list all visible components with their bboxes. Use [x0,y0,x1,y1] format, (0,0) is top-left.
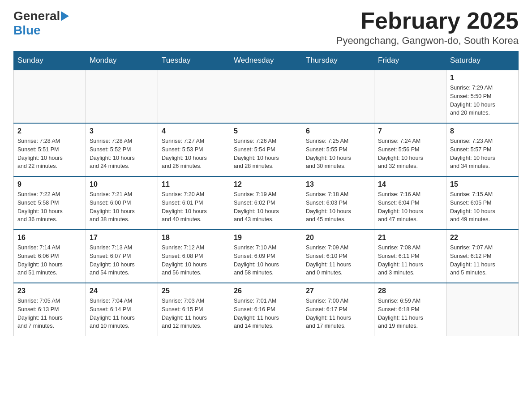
day-info: Sunrise: 7:12 AMSunset: 6:08 PMDaylight:… [162,244,226,277]
day-info: Sunrise: 7:23 AMSunset: 5:57 PMDaylight:… [450,137,515,171]
day-info: Sunrise: 6:59 AMSunset: 6:18 PMDaylight:… [378,297,442,330]
day-number: 7 [378,127,442,135]
day-info: Sunrise: 7:25 AMSunset: 5:55 PMDaylight:… [306,137,370,171]
day-info: Sunrise: 7:27 AMSunset: 5:53 PMDaylight:… [162,137,226,171]
day-info: Sunrise: 7:16 AMSunset: 6:04 PMDaylight:… [378,190,442,224]
day-info: Sunrise: 7:04 AMSunset: 6:14 PMDaylight:… [90,297,154,330]
day-number: 3 [90,127,154,135]
calendar-header-row: SundayMondayTuesdayWednesdayThursdayFrid… [14,51,519,70]
calendar-cell [374,70,446,123]
calendar-header-sunday: Sunday [14,51,86,70]
day-number: 1 [450,74,515,82]
day-info: Sunrise: 7:09 AMSunset: 6:10 PMDaylight:… [306,244,370,277]
calendar-cell [302,70,374,123]
day-number: 20 [306,234,370,242]
location: Pyeongchang, Gangwon-do, South Korea [336,35,519,47]
day-info: Sunrise: 7:20 AMSunset: 6:01 PMDaylight:… [162,190,226,224]
calendar-cell: 27Sunrise: 7:00 AMSunset: 6:17 PMDayligh… [302,283,374,336]
logo-blue: Blue [13,23,41,37]
day-number: 12 [234,180,298,188]
calendar-cell: 19Sunrise: 7:10 AMSunset: 6:09 PMDayligh… [230,230,302,283]
calendar-cell: 11Sunrise: 7:20 AMSunset: 6:01 PMDayligh… [158,176,230,230]
calendar-cell: 21Sunrise: 7:08 AMSunset: 6:11 PMDayligh… [374,230,446,283]
day-info: Sunrise: 7:05 AMSunset: 6:13 PMDaylight:… [17,297,82,330]
calendar-cell: 1Sunrise: 7:29 AMSunset: 5:50 PMDaylight… [446,70,519,123]
day-info: Sunrise: 7:21 AMSunset: 6:00 PMDaylight:… [90,190,154,224]
day-info: Sunrise: 7:14 AMSunset: 6:06 PMDaylight:… [17,244,82,277]
day-number: 24 [90,287,154,295]
day-info: Sunrise: 7:07 AMSunset: 6:12 PMDaylight:… [450,244,515,277]
page-header: General Blue February 2025 Pyeongchang, … [13,9,519,47]
logo: General Blue [13,9,69,38]
calendar-cell [14,70,86,123]
day-number: 14 [378,180,442,188]
day-info: Sunrise: 7:29 AMSunset: 5:50 PMDaylight:… [450,84,515,117]
day-number: 5 [234,127,298,135]
svg-marker-0 [61,11,69,21]
calendar-cell: 22Sunrise: 7:07 AMSunset: 6:12 PMDayligh… [446,230,519,283]
calendar-week-row: 9Sunrise: 7:22 AMSunset: 5:58 PMDaylight… [14,176,519,230]
logo-triangle-icon [61,11,69,23]
day-number: 22 [450,234,515,242]
day-number: 27 [306,287,370,295]
calendar-cell: 9Sunrise: 7:22 AMSunset: 5:58 PMDaylight… [14,176,86,230]
title-area: February 2025 Pyeongchang, Gangwon-do, S… [336,9,519,47]
day-number: 15 [450,180,515,188]
day-number: 23 [17,287,82,295]
day-info: Sunrise: 7:28 AMSunset: 5:52 PMDaylight:… [90,137,154,171]
day-number: 19 [234,234,298,242]
calendar-cell: 3Sunrise: 7:28 AMSunset: 5:52 PMDaylight… [86,123,158,176]
day-number: 8 [450,127,515,135]
day-info: Sunrise: 7:03 AMSunset: 6:15 PMDaylight:… [162,297,226,330]
day-info: Sunrise: 7:28 AMSunset: 5:51 PMDaylight:… [17,137,82,171]
day-number: 13 [306,180,370,188]
calendar-header-monday: Monday [86,51,158,70]
day-info: Sunrise: 7:24 AMSunset: 5:56 PMDaylight:… [378,137,442,171]
day-number: 16 [17,234,82,242]
calendar-week-row: 2Sunrise: 7:28 AMSunset: 5:51 PMDaylight… [14,123,519,176]
calendar-cell: 2Sunrise: 7:28 AMSunset: 5:51 PMDaylight… [14,123,86,176]
day-number: 2 [17,127,82,135]
calendar-cell: 18Sunrise: 7:12 AMSunset: 6:08 PMDayligh… [158,230,230,283]
day-number: 21 [378,234,442,242]
calendar-cell [446,283,519,336]
calendar-cell: 7Sunrise: 7:24 AMSunset: 5:56 PMDaylight… [374,123,446,176]
calendar-cell: 4Sunrise: 7:27 AMSunset: 5:53 PMDaylight… [158,123,230,176]
calendar-cell [158,70,230,123]
calendar-cell: 23Sunrise: 7:05 AMSunset: 6:13 PMDayligh… [14,283,86,336]
calendar-week-row: 1Sunrise: 7:29 AMSunset: 5:50 PMDaylight… [14,70,519,123]
day-number: 26 [234,287,298,295]
calendar-cell: 10Sunrise: 7:21 AMSunset: 6:00 PMDayligh… [86,176,158,230]
day-number: 11 [162,180,226,188]
calendar-cell: 20Sunrise: 7:09 AMSunset: 6:10 PMDayligh… [302,230,374,283]
calendar-cell: 13Sunrise: 7:18 AMSunset: 6:03 PMDayligh… [302,176,374,230]
calendar-cell: 12Sunrise: 7:19 AMSunset: 6:02 PMDayligh… [230,176,302,230]
day-info: Sunrise: 7:08 AMSunset: 6:11 PMDaylight:… [378,244,442,277]
day-info: Sunrise: 7:22 AMSunset: 5:58 PMDaylight:… [17,190,82,224]
calendar-header-saturday: Saturday [446,51,519,70]
day-number: 6 [306,127,370,135]
calendar-table: SundayMondayTuesdayWednesdayThursdayFrid… [13,51,519,336]
day-info: Sunrise: 7:15 AMSunset: 6:05 PMDaylight:… [450,190,515,224]
calendar-cell: 28Sunrise: 6:59 AMSunset: 6:18 PMDayligh… [374,283,446,336]
calendar-cell: 8Sunrise: 7:23 AMSunset: 5:57 PMDaylight… [446,123,519,176]
logo-general: General [13,9,60,23]
day-number: 18 [162,234,226,242]
day-info: Sunrise: 7:00 AMSunset: 6:17 PMDaylight:… [306,297,370,330]
calendar-cell [86,70,158,123]
day-number: 28 [378,287,442,295]
day-info: Sunrise: 7:13 AMSunset: 6:07 PMDaylight:… [90,244,154,277]
day-info: Sunrise: 7:19 AMSunset: 6:02 PMDaylight:… [234,190,298,224]
day-info: Sunrise: 7:26 AMSunset: 5:54 PMDaylight:… [234,137,298,171]
day-number: 10 [90,180,154,188]
calendar-cell: 16Sunrise: 7:14 AMSunset: 6:06 PMDayligh… [14,230,86,283]
calendar-header-friday: Friday [374,51,446,70]
day-number: 9 [17,180,82,188]
day-number: 25 [162,287,226,295]
calendar-cell: 15Sunrise: 7:15 AMSunset: 6:05 PMDayligh… [446,176,519,230]
month-title: February 2025 [336,9,519,32]
day-info: Sunrise: 7:01 AMSunset: 6:16 PMDaylight:… [234,297,298,330]
calendar-cell: 26Sunrise: 7:01 AMSunset: 6:16 PMDayligh… [230,283,302,336]
day-number: 4 [162,127,226,135]
day-number: 17 [90,234,154,242]
